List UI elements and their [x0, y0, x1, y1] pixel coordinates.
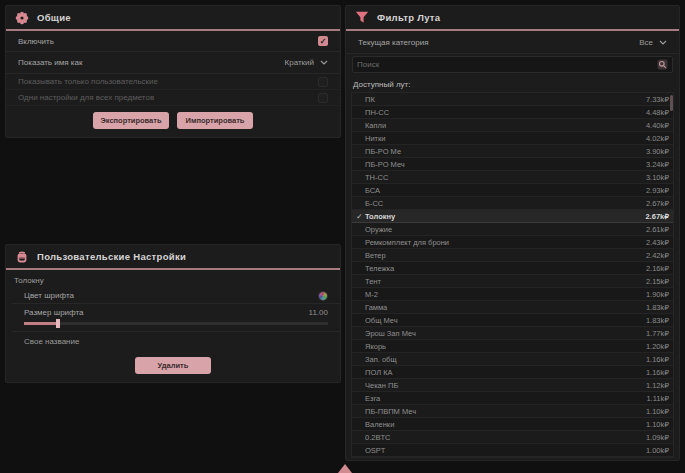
- loot-item-value: 2.93k₽: [646, 186, 669, 195]
- loot-list-item[interactable]: Оружие2.61k₽: [352, 223, 673, 236]
- only-custom-label: Показывать только пользовательские: [18, 77, 158, 86]
- category-row: Текущая категория Все: [346, 31, 679, 54]
- loot-list-item[interactable]: Езга1.11k₽: [352, 392, 673, 405]
- loot-list-item[interactable]: ПБ-РО Ме3.90k₽: [352, 145, 673, 158]
- loot-list-item[interactable]: Зап. общ1.16k₽: [352, 353, 673, 366]
- slider-track[interactable]: [24, 322, 328, 325]
- loot-list-item[interactable]: Ветер2.42k₽: [352, 249, 673, 262]
- enable-row: Включить ✓: [6, 31, 340, 52]
- gear-flower-icon: [15, 11, 29, 25]
- custom-name-input[interactable]: Свое название: [12, 332, 340, 351]
- loot-list-item[interactable]: Чекан ПБ1.12k₽: [352, 379, 673, 392]
- loot-item-value: 2.61k₽: [646, 225, 669, 234]
- loot-item-value: 4.40k₽: [646, 121, 669, 130]
- loot-list-item[interactable]: М-21.90k₽: [352, 288, 673, 301]
- loot-list-item[interactable]: ПН-СС4.48k₽: [352, 106, 673, 119]
- enable-checkbox[interactable]: ✓: [318, 36, 328, 46]
- name-display-dropdown[interactable]: Краткий: [285, 58, 328, 67]
- category-value: Все: [639, 38, 653, 47]
- loot-item-value: 1.90k₽: [646, 290, 669, 299]
- loot-list: ПК7.33k₽ПН-СС4.48k₽Капли4.40k₽Нитки4.02k…: [351, 92, 674, 458]
- loot-item-name: ПК: [365, 95, 646, 104]
- loot-list-item[interactable]: Якорь1.20k₽: [352, 340, 673, 353]
- loot-list-item[interactable]: ПБ-РО Меч3.24k₽: [352, 158, 673, 171]
- loot-item-name: Гамма: [365, 303, 646, 312]
- page: Общие Включить ✓ Показать имя как Кратки…: [0, 0, 685, 473]
- loot-item-name: БСА: [365, 186, 646, 195]
- name-display-label: Показать имя как: [18, 58, 82, 67]
- loot-list-item[interactable]: Нитки4.02k₽: [352, 132, 673, 145]
- loot-list-item[interactable]: ПК7.33k₽: [352, 93, 673, 106]
- loot-list-item[interactable]: БСА2.93k₽: [352, 184, 673, 197]
- check-icon: ✓: [354, 212, 365, 221]
- category-dropdown[interactable]: Все: [639, 38, 667, 47]
- loot-list-item[interactable]: ТН-СС3.10k₽: [352, 171, 673, 184]
- only-custom-checkbox[interactable]: [318, 77, 328, 87]
- general-panel-title: Общие: [37, 12, 71, 23]
- loot-list-item[interactable]: 0.2BTC1.09k₽: [352, 431, 673, 444]
- loot-item-name: ПБ-ПВПМ Меч: [365, 407, 646, 416]
- loot-item-name: Зап. общ: [365, 355, 646, 364]
- loot-list-item[interactable]: Общ Меч1.83k₽: [352, 314, 673, 327]
- loot-item-name: ТН-СС: [365, 173, 646, 182]
- backpack-icon: [15, 250, 29, 264]
- loot-item-name: Якорь: [365, 342, 646, 351]
- search-icon[interactable]: [657, 59, 668, 70]
- loot-item-name: Ветер: [365, 251, 646, 260]
- loot-item-name: Общ Меч: [365, 316, 646, 325]
- loot-item-value: 1.83k₽: [646, 316, 669, 325]
- loot-list-item[interactable]: Тент2.15k₽: [352, 275, 673, 288]
- only-custom-row: Показывать только пользовательские: [6, 74, 340, 90]
- loot-item-value: 2.67k₽: [645, 212, 669, 221]
- expand-arrow-icon[interactable]: [338, 464, 352, 473]
- left-column: Общие Включить ✓ Показать имя как Кратки…: [5, 5, 341, 468]
- loot-item-name: ПБ-РО Меч: [365, 160, 646, 169]
- font-color-label: Цвет шрифта: [24, 291, 74, 300]
- font-size-value: 11.00: [309, 308, 328, 317]
- loot-item-value: 1.10k₽: [646, 420, 669, 429]
- font-size-slider[interactable]: [12, 322, 340, 332]
- loot-list-item[interactable]: ✓Толокну2.67k₽: [352, 210, 673, 223]
- loot-item-value: 3.90k₽: [646, 147, 669, 156]
- loot-item-name: 0.2BTC: [365, 433, 646, 442]
- chevron-down-icon: [320, 60, 328, 65]
- loot-item-value: 2.43k₽: [646, 238, 669, 247]
- loot-item-value: 3.10k₽: [646, 173, 669, 182]
- loot-list-item[interactable]: Валенки1.10k₽: [352, 418, 673, 431]
- loot-item-name: Тележка: [365, 264, 646, 273]
- slider-handle[interactable]: [56, 319, 60, 328]
- loot-list-item[interactable]: Капли4.40k₽: [352, 119, 673, 132]
- import-button[interactable]: Импортировать: [177, 112, 253, 129]
- loot-item-value: 1.09k₽: [646, 433, 669, 442]
- delete-button[interactable]: Удалить: [135, 357, 211, 374]
- loot-item-value: 4.48k₽: [646, 108, 669, 117]
- loot-item-value: 1.16k₽: [646, 368, 669, 377]
- loot-item-value: 1.12k₽: [646, 381, 669, 390]
- same-settings-checkbox[interactable]: [318, 93, 328, 103]
- scrollbar-thumb[interactable]: [670, 95, 673, 111]
- loot-list-item[interactable]: Тележка2.16k₽: [352, 262, 673, 275]
- loot-item-name: Ремкомплект для брони: [365, 238, 646, 247]
- category-label: Текущая категория: [358, 38, 428, 47]
- loot-item-value: 1.16k₽: [646, 355, 669, 364]
- loot-filter-title: Фильтр Лута: [377, 12, 440, 23]
- loot-list-item[interactable]: Б-СС2.67k₽: [352, 197, 673, 210]
- loot-list-item[interactable]: ПБ-ПВПМ Меч1.10k₽: [352, 405, 673, 418]
- loot-item-name: Капли: [365, 121, 646, 130]
- loot-list-item[interactable]: ПОЛ КА1.16k₽: [352, 366, 673, 379]
- enable-label: Включить: [18, 37, 54, 46]
- loot-list-item[interactable]: OSPT1.00k₽: [352, 444, 673, 457]
- loot-list-item[interactable]: Гамма1.83k₽: [352, 301, 673, 314]
- loot-list-item[interactable]: Эрош Зап Меч1.77k₽: [352, 327, 673, 340]
- loot-item-value: 1.83k₽: [646, 303, 669, 312]
- export-button[interactable]: Экспортировать: [93, 112, 169, 129]
- font-color-row: Цвет шрифта: [12, 288, 340, 304]
- color-wheel-icon[interactable]: [318, 291, 328, 301]
- search-input[interactable]: Поиск: [352, 56, 673, 73]
- custom-settings-panel: Пользовательские Настройки Толокну Цвет …: [5, 244, 341, 383]
- loot-list-item[interactable]: Ремкомплект для брони2.43k₽: [352, 236, 673, 249]
- search-placeholder: Поиск: [357, 60, 379, 69]
- loot-item-name: Чекан ПБ: [365, 381, 646, 390]
- available-loot-label: Доступный лут:: [346, 77, 679, 92]
- right-column: Фильтр Лута Текущая категория Все Поиск: [345, 5, 680, 468]
